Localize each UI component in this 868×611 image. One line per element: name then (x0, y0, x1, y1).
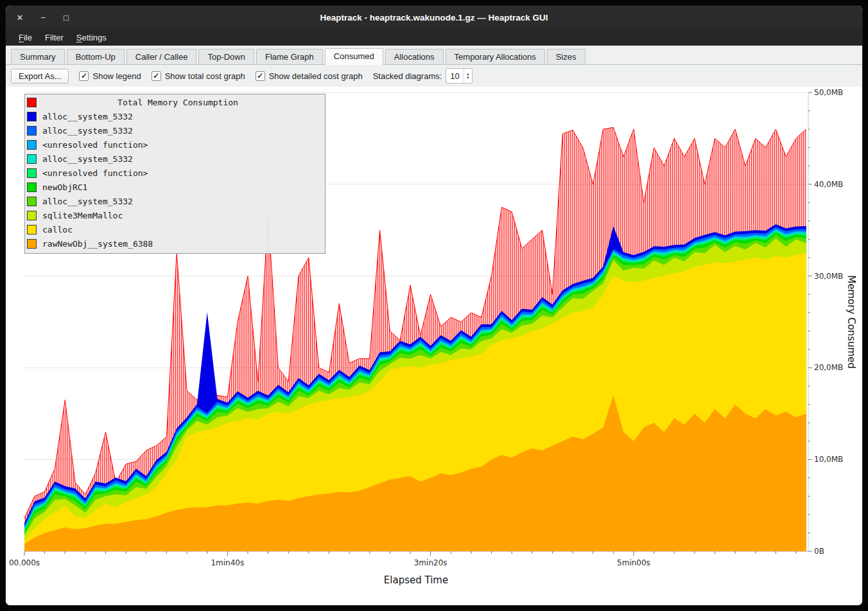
stacked-diagrams-spinbox[interactable]: 10 ▲ ▼ (446, 68, 472, 84)
y-tick-label: 10,0MB (814, 455, 843, 464)
legend-swatch (27, 154, 37, 164)
checkbox-label: Show legend (92, 71, 141, 81)
legend-item-label: alloc__system_5332 (42, 197, 133, 206)
tab-top-down[interactable]: Top-Down (198, 49, 254, 64)
checkbox-label: Show total cost graph (165, 71, 245, 81)
menu-bar: FileFilterSettings (6, 29, 862, 46)
screen: ✕−□ Heaptrack - heaptrack.wakunode.1.gz … (0, 0, 868, 611)
legend-item-unresolved-function: <unresolved function> (25, 137, 325, 152)
legend-swatch (27, 126, 37, 136)
window-maximize-icon[interactable]: □ (60, 11, 73, 24)
window-close-icon[interactable]: ✕ (13, 11, 26, 24)
checkbox-label: Show detailed cost graph (269, 71, 363, 81)
chart-legend: Total Memory Consumptionalloc__system_53… (24, 94, 326, 254)
menu-item-file[interactable]: File (12, 31, 39, 44)
export-as-button[interactable]: Export As... (11, 69, 69, 84)
checkbox-box-icon[interactable]: ✓ (79, 71, 89, 81)
checkbox-show-legend[interactable]: ✓Show legend (79, 71, 141, 81)
checkbox-box-icon[interactable]: ✓ (256, 71, 265, 81)
heaptrack-window: ✕−□ Heaptrack - heaptrack.wakunode.1.gz … (5, 5, 863, 606)
legend-swatch (27, 197, 37, 206)
legend-swatch (27, 168, 37, 178)
legend-item-label: calloc (42, 225, 73, 235)
window-title: Heaptrack - heaptrack.wakunode.1.gz — He… (6, 13, 862, 22)
stacked-diagrams-value: 10 (446, 69, 463, 83)
legend-item-rawnewobj-system-6388: rawNewObj__system_6388 (25, 236, 325, 251)
legend-item-label: alloc__system_5332 (42, 154, 133, 164)
x-tick-label: 1min40s (211, 558, 244, 567)
checkbox-show-total-cost-graph[interactable]: ✓Show total cost graph (152, 71, 245, 81)
tab-bar: SummaryBottom-UpCaller / CalleeTop-DownF… (6, 46, 862, 65)
legend-item-label: alloc__system_5332 (42, 112, 133, 121)
tab-consumed[interactable]: Consumed (325, 48, 383, 65)
stacked-diagrams-label: Stacked diagrams: (373, 71, 442, 81)
tab-bottom-up[interactable]: Bottom-Up (67, 49, 125, 64)
spin-down-icon[interactable]: ▼ (466, 76, 470, 80)
legend-title-row: Total Memory Consumption (25, 95, 325, 109)
x-tick-label: 3min20s (414, 558, 447, 567)
legend-item-unresolved-function: <unresolved function> (25, 166, 325, 180)
legend-swatch (27, 112, 37, 121)
spin-buttons: ▲ ▼ (464, 69, 472, 83)
legend-item-alloc-system-5332: alloc__system_5332 (25, 123, 325, 137)
y-tick-label: 0B (814, 547, 824, 556)
legend-item-label: newObjRC1 (42, 182, 87, 192)
legend-title: Total Memory Consumption (42, 98, 325, 107)
x-tick-label: 00.000s (9, 558, 40, 567)
window-minimize-icon[interactable]: − (37, 11, 49, 24)
tab-summary[interactable]: Summary (11, 49, 65, 64)
legend-item-label: alloc__system_5332 (42, 126, 133, 136)
checkbox-box-icon[interactable]: ✓ (152, 71, 161, 81)
window-controls: ✕−□ (13, 11, 73, 24)
y-tick-label: 50,0MB (814, 88, 843, 97)
tab-temporary-allocations[interactable]: Temporary Allocations (446, 49, 545, 64)
tab-flame-graph[interactable]: Flame Graph (256, 49, 323, 64)
legend-swatch (27, 225, 37, 235)
legend-item-label: <unresolved function> (42, 168, 148, 178)
legend-swatch (27, 140, 37, 150)
x-tick-label: 5min00s (617, 558, 650, 567)
legend-item-sqlite3memmalloc: sqlite3MemMalloc (25, 208, 325, 222)
checkbox-show-detailed-cost-graph[interactable]: ✓Show detailed cost graph (256, 71, 363, 81)
y-axis-label: Memory Consumed (846, 275, 857, 369)
legend-swatch-total (27, 98, 37, 107)
legend-swatch (27, 239, 37, 249)
legend-item-alloc-system-5332: alloc__system_5332 (25, 194, 325, 208)
legend-item-alloc-system-5332: alloc__system_5332 (25, 152, 325, 166)
legend-item-alloc-system-5332: alloc__system_5332 (25, 109, 325, 123)
title-bar: ✕−□ Heaptrack - heaptrack.wakunode.1.gz … (6, 6, 862, 29)
menu-item-filter[interactable]: Filter (39, 31, 70, 44)
tab-allocations[interactable]: Allocations (385, 49, 444, 64)
legend-item-newobjrc1: newObjRC1 (25, 180, 325, 194)
legend-item-label: sqlite3MemMalloc (42, 211, 123, 220)
y-tick-label: 20,0MB (814, 363, 843, 372)
chart-area: 00.000s1min40s3min20s5min00s0B10,0MB20,0… (6, 87, 862, 605)
menu-item-settings[interactable]: Settings (70, 31, 113, 44)
toolbar: Export As... ✓Show legend✓Show total cos… (6, 65, 862, 87)
legend-item-calloc: calloc (25, 222, 325, 236)
stacked-diagrams-group: Stacked diagrams: 10 ▲ ▼ (373, 68, 473, 84)
legend-swatch (27, 211, 37, 220)
x-axis-label: Elapsed Time (384, 574, 448, 586)
legend-item-label: rawNewObj__system_6388 (42, 239, 153, 249)
y-tick-label: 40,0MB (814, 180, 843, 189)
legend-item-label: <unresolved function> (42, 140, 148, 150)
y-tick-label: 30,0MB (814, 272, 843, 281)
legend-swatch (27, 182, 37, 192)
tab-sizes[interactable]: Sizes (547, 49, 586, 64)
toolbar-checkboxes: ✓Show legend✓Show total cost graph✓Show … (79, 71, 362, 81)
tab-caller-callee[interactable]: Caller / Callee (126, 49, 197, 64)
